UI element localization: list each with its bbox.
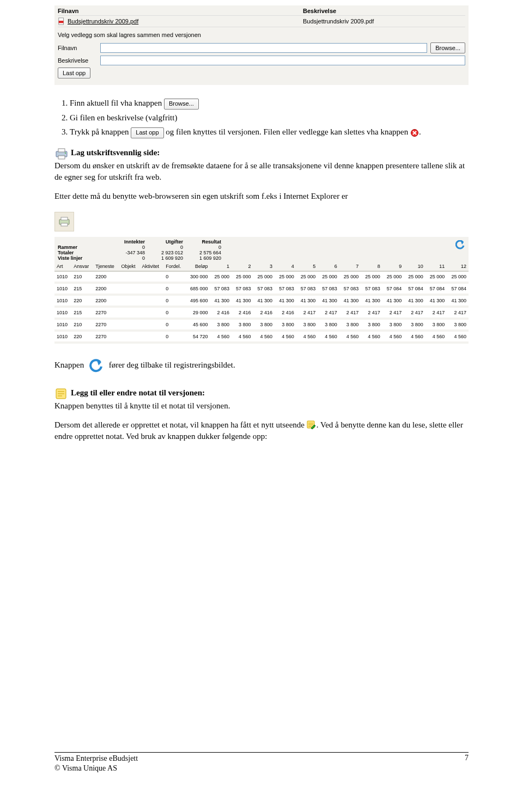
back-icon[interactable]: [89, 359, 104, 373]
description-input[interactable]: [100, 56, 465, 65]
upload-prompt: Velg vedlegg som skal lagres sammen med …: [58, 27, 465, 41]
back-line: Knappen fører deg tilbake til registreri…: [54, 359, 469, 373]
ie-print-button[interactable]: [54, 212, 74, 231]
svg-rect-9: [61, 223, 68, 226]
col-header-beskrivelse: Beskrivelse: [303, 8, 465, 16]
footer-product: Visma Enterprise eBudsjett: [54, 754, 138, 764]
step-2: Gi filen en beskrivelse (valgfritt): [70, 112, 469, 124]
print-body: Dersom du ønsker en utskrift av de frems…: [54, 161, 465, 181]
print-section: Lag utskriftsvennlig side: Dersom du øns…: [54, 147, 469, 183]
print-after: Etter dette må du benytte web-browseren …: [54, 191, 469, 202]
attachment-panel: Filnavn Beskrivelse Budsjettrundskriv 20…: [54, 5, 469, 85]
data-table: ArtAnsvarTjenesteObjektAktivitetFordel.B…: [54, 262, 469, 344]
table-row: 101022022000495 60041 30041 30041 30041 …: [54, 295, 469, 307]
table-row: 101021022000300 00025 00025 00025 00025 …: [54, 271, 469, 283]
browse-button-inline[interactable]: Browse...: [164, 99, 199, 109]
printer-icon: [54, 147, 69, 160]
svg-point-6: [65, 152, 66, 154]
upload-button-inline[interactable]: Last opp: [131, 127, 163, 138]
label-filnavn: Filnavn: [58, 45, 97, 51]
pdf-icon: [58, 17, 65, 25]
note-line1: Knappen benyttes til å knytte til et not…: [54, 401, 230, 410]
page-footer: Visma Enterprise eBudsjett © Visma Uniqu…: [54, 752, 469, 773]
step-1: Finn aktuell fil vha knappen Browse...: [70, 97, 469, 109]
attachment-link[interactable]: Budsjettrundskriv 2009.pdf: [68, 18, 138, 25]
note-title: Legg til eller endre notat til versjonen…: [71, 388, 205, 397]
table-row: 10102102270045 6003 8003 8003 8003 8003 …: [54, 319, 469, 331]
note-section: Legg til eller endre notat til versjonen…: [54, 387, 469, 412]
browse-button[interactable]: Browse...: [430, 42, 465, 53]
step-3: Trykk på knappen Last opp og filen knytt…: [70, 126, 469, 138]
col-header-filnavn: Filnavn: [58, 8, 303, 16]
table-row: 101021522000685 00057 08357 08357 08357 …: [54, 283, 469, 295]
summary-box: Inntekter Utgifter Resultat Rammer000Tot…: [54, 237, 469, 262]
table-row: 10102202270054 7204 5604 5604 5604 5604 …: [54, 331, 469, 343]
svg-rect-5: [58, 156, 65, 159]
attachment-desc: Budsjettrundskriv 2009.pdf: [303, 16, 465, 27]
upload-button[interactable]: Last opp: [58, 68, 90, 78]
svg-rect-4: [58, 149, 65, 152]
svg-rect-1: [59, 21, 64, 23]
file-input[interactable]: [100, 43, 427, 53]
page-number: 7: [465, 754, 469, 773]
label-beskrivelse: Beskrivelse: [58, 57, 97, 64]
note-edit-icon[interactable]: [307, 420, 317, 430]
table-row: 10102152270029 0002 4162 4162 4162 4162 …: [54, 307, 469, 319]
steps-list: Finn aktuell fil vha knappen Browse... G…: [70, 97, 469, 138]
note-line2: Dersom det allerede er opprettet et nota…: [54, 419, 469, 442]
delete-icon[interactable]: [410, 129, 419, 137]
footer-copyright: © Visma Unique AS: [54, 764, 138, 773]
svg-rect-8: [61, 217, 68, 220]
back-icon[interactable]: [455, 240, 465, 250]
note-icon: [54, 387, 69, 400]
print-title: Lag utskriftsvennlig side:: [71, 148, 160, 157]
